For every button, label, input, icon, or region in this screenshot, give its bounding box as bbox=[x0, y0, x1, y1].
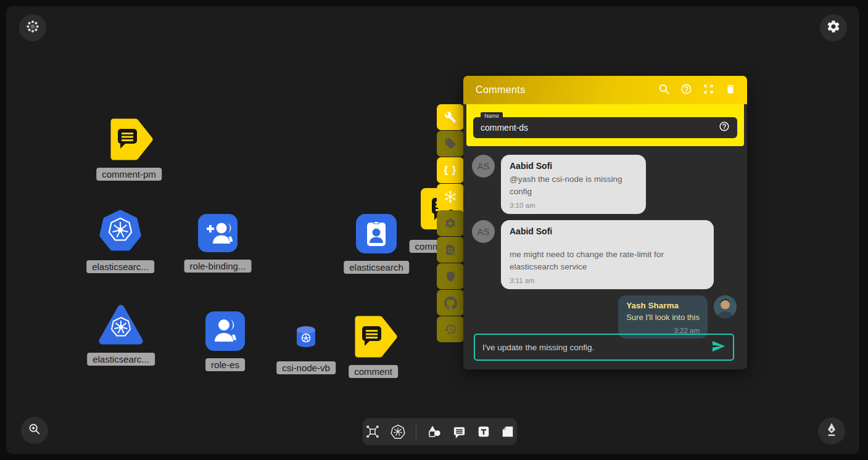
node-label: comment-pm bbox=[96, 168, 162, 181]
toolbar-labels-button[interactable] bbox=[437, 131, 464, 157]
settings-gear-icon bbox=[826, 19, 841, 36]
chat-message-input[interactable] bbox=[482, 343, 711, 352]
wrench-icon bbox=[444, 111, 457, 123]
node-label: role-es bbox=[205, 358, 245, 371]
text-tool-icon[interactable] bbox=[477, 425, 490, 438]
help-icon[interactable] bbox=[680, 83, 692, 97]
flower-icon bbox=[26, 20, 39, 36]
pen-tool-button[interactable] bbox=[818, 417, 845, 445]
design-canvas[interactable]: comment-pm elasticsearc... bbox=[6, 6, 859, 454]
avatar: AS bbox=[472, 155, 495, 178]
message-time: 3:10 am bbox=[510, 202, 637, 209]
tag-icon bbox=[444, 138, 457, 150]
toolbar-history-button[interactable] bbox=[437, 316, 464, 342]
kubernetes-icon[interactable] bbox=[391, 424, 405, 439]
storage-cylinder-icon bbox=[297, 326, 315, 347]
canvas-node-comment[interactable]: comment bbox=[349, 316, 397, 358]
hub-icon bbox=[444, 190, 457, 203]
toolbar-divider bbox=[416, 424, 416, 440]
avatar-photo bbox=[714, 295, 737, 318]
message-bubble: Yash Sharma Sure I'll look into this 3:2… bbox=[618, 295, 708, 339]
node-label: comment bbox=[349, 365, 398, 378]
gear-icon bbox=[444, 217, 457, 229]
toolbar-security-button[interactable] bbox=[437, 263, 464, 289]
message-bubble: Aabid Sofi me might need to change the r… bbox=[501, 220, 714, 289]
shapes-icon[interactable] bbox=[427, 424, 442, 439]
canvas-node-elasticsearch-1[interactable]: elasticsearc... bbox=[99, 210, 142, 253]
comment-tool-icon[interactable] bbox=[452, 425, 466, 439]
comments-panel: Comments Name AS Aabid Sofi @yash the cs… bbox=[463, 76, 747, 369]
canvas-node-role-es[interactable]: role-es bbox=[205, 311, 245, 351]
message-row: Yash Sharma Sure I'll look into this 3:2… bbox=[472, 295, 740, 339]
send-icon[interactable] bbox=[711, 339, 725, 356]
id-badge-icon bbox=[367, 221, 386, 247]
comments-panel-header: Comments bbox=[463, 76, 747, 104]
braces-icon: { } bbox=[444, 164, 457, 176]
message-row: AS Aabid Sofi @yash the csi-node is miss… bbox=[472, 155, 740, 214]
note-tool-icon[interactable] bbox=[501, 425, 515, 438]
canvas-node-comment-pm[interactable]: comment-pm bbox=[105, 118, 153, 160]
message-time: 3:11 am bbox=[510, 277, 705, 284]
toolbar-settings-button[interactable] bbox=[437, 210, 464, 236]
canvas-node-csi-node-vb[interactable]: csi-node-vb bbox=[296, 326, 316, 348]
zoom-button[interactable] bbox=[21, 417, 48, 444]
message-author: Yash Sharma bbox=[626, 301, 700, 310]
chat-input-row bbox=[474, 334, 734, 361]
pen-nib-icon bbox=[825, 422, 838, 440]
node-label: csi-node-vb bbox=[276, 361, 336, 374]
doc-search-icon bbox=[444, 244, 457, 256]
toolbar-json-button[interactable]: { } bbox=[437, 157, 464, 183]
toolbar-relationships-button[interactable] bbox=[437, 184, 464, 210]
canvas-node-elasticsearch-2[interactable]: elasticsearch bbox=[356, 214, 397, 253]
field-help-icon[interactable] bbox=[719, 121, 730, 134]
name-input[interactable] bbox=[481, 123, 719, 133]
canvas-node-role-binding[interactable]: role-binding... bbox=[198, 214, 238, 252]
toolbar-configure-button[interactable] bbox=[437, 104, 464, 130]
message-text: Sure I'll look into this bbox=[626, 312, 700, 324]
message-author: Aabid Sofi bbox=[510, 161, 637, 171]
zoom-in-icon bbox=[28, 422, 41, 438]
canvas-tools-toolbar bbox=[363, 418, 517, 445]
name-field-section: Name bbox=[466, 104, 744, 146]
toolbar-github-button[interactable] bbox=[437, 290, 464, 316]
message-author: Aabid Sofi bbox=[510, 226, 705, 236]
message-bubble: Aabid Sofi @yash the csi-node is missing… bbox=[501, 155, 646, 214]
history-icon bbox=[444, 323, 457, 335]
canvas-node-elasticsearch-3[interactable]: elasticsearc... bbox=[99, 304, 143, 345]
trash-icon[interactable] bbox=[725, 83, 736, 97]
shield-icon bbox=[445, 270, 457, 282]
node-action-toolbar: { } bbox=[437, 104, 464, 343]
github-icon bbox=[444, 297, 457, 310]
message-text: @yash the csi-node is missing config bbox=[510, 173, 637, 197]
node-label: elasticsearch bbox=[344, 261, 409, 274]
node-label: role-binding... bbox=[184, 260, 252, 273]
panel-title: Comments bbox=[476, 84, 658, 96]
app-menu-button[interactable] bbox=[19, 14, 46, 41]
message-text: me might need to change the rate-limit f… bbox=[510, 248, 705, 273]
message-list: AS Aabid Sofi @yash the csi-node is miss… bbox=[463, 146, 747, 339]
toolbar-inspect-button[interactable] bbox=[437, 237, 464, 263]
search-icon[interactable] bbox=[658, 83, 670, 97]
expand-icon[interactable] bbox=[703, 83, 714, 97]
node-label: elasticsearc... bbox=[86, 260, 154, 273]
topology-icon[interactable] bbox=[365, 424, 380, 439]
node-label: elasticsearc... bbox=[87, 353, 155, 366]
message-row: AS Aabid Sofi me might need to change th… bbox=[472, 220, 740, 289]
settings-button[interactable] bbox=[820, 14, 847, 41]
name-field-label: Name bbox=[481, 112, 503, 120]
avatar: AS bbox=[472, 220, 495, 243]
